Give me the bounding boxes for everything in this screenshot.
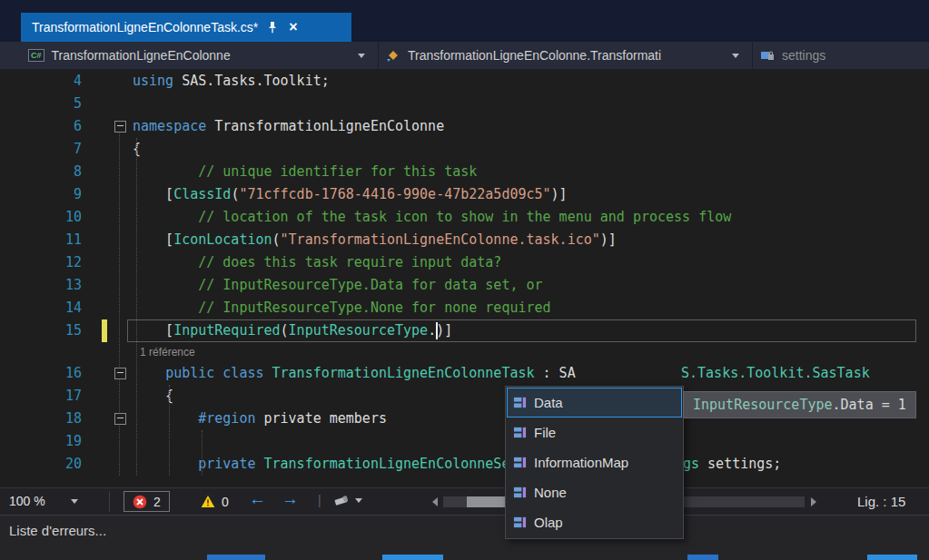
line-number: 10 [15,206,102,229]
warning-count-button[interactable]: 0 [195,491,234,512]
code-text[interactable]: // InputResourceType.Data for data set, … [133,274,929,297]
chevron-down-icon [358,54,365,58]
code-line[interactable]: 10 // location of the task icon to show … [0,206,929,229]
vs-window: TransformationLigneEnColonneTask.cs* × C… [0,0,929,560]
fold-margin [107,70,133,93]
type-dropdown[interactable]: TransformationLigneEnColonne.Transformat… [379,42,753,69]
code-text[interactable]: namespace TransformationLigneEnColonne [133,115,929,138]
completion-item[interactable]: File [507,418,682,447]
completion-item-label: File [534,425,556,440]
indicator-margin[interactable] [0,229,15,251]
code-line[interactable]: 20 private TransformationLigneEnColonneS… [0,453,929,476]
fold-margin [107,115,133,138]
indicator-margin[interactable] [0,115,15,138]
enum-member-icon [513,516,527,529]
code-text[interactable] [133,93,929,115]
code-text[interactable]: using SAS.Tasks.Toolkit; [133,70,929,93]
project-dropdown[interactable]: C# TransformationLigneEnColonne [21,42,379,69]
navigate-back-button[interactable]: ← [249,489,266,509]
indent-guide [202,430,203,476]
fold-marker[interactable] [114,368,126,379]
member-dropdown[interactable]: settings [753,42,929,69]
completion-item-label: Data [534,395,563,410]
member-dropdown-label: settings [782,48,825,63]
fold-marker[interactable] [114,121,126,133]
code-line[interactable]: 9 [ClassId("71cffcdb-1768-4416-990e-47b2… [0,183,929,206]
indicator-margin[interactable] [0,183,15,206]
scroll-left-arrow[interactable] [432,497,438,506]
close-icon[interactable]: × [289,20,297,34]
indicator-margin[interactable] [0,251,15,274]
fold-margin [107,93,133,115]
code-line[interactable]: 15 [InputRequired(InputResourceType.)] [0,319,929,342]
zoom-control[interactable]: 100 % [9,494,78,508]
code-text[interactable]: [InputRequired(InputResourceType.)] [133,319,929,342]
navigate-forward-button[interactable]: → [282,489,299,509]
indicator-margin[interactable] [0,362,15,385]
code-line[interactable]: 11 [IconLocation("TransformationLigneEnC… [0,229,929,251]
line-number: 6 [15,115,102,138]
chevron-down-icon [355,498,362,503]
code-text[interactable]: public class TransformationLigneEnColonn… [133,362,929,385]
error-count-button[interactable]: 2 [124,491,170,512]
code-line[interactable]: 5 [0,93,929,115]
divider: | [318,493,321,507]
line-number: 13 [15,274,102,297]
indicator-margin[interactable] [0,93,15,115]
line-number: 17 [15,385,102,408]
intellisense-popup[interactable]: Data File InformationMap None [505,386,684,539]
code-text[interactable]: [IconLocation("TransformationLigneEnColo… [133,229,929,251]
pin-icon[interactable] [267,21,278,34]
completion-item[interactable]: Olap [507,507,682,537]
indicator-margin[interactable] [0,206,15,229]
indent-guide [169,385,170,476]
indicator-margin[interactable] [0,319,15,342]
scroll-right-arrow[interactable] [811,497,816,506]
error-list-title: Liste d'erreurs... [9,523,106,538]
code-text[interactable]: { [133,138,929,161]
code-text[interactable]: [ClassId("71cffcdb-1768-4416-990e-47b22a… [133,183,929,206]
code-text[interactable]: // unique identifier for this task [133,161,929,183]
clear-button[interactable] [334,494,362,506]
code-line[interactable]: 16 public class TransformationLigneEnCol… [0,362,929,385]
code-line[interactable]: 8 // unique identifier for this task [0,161,929,183]
code-editor[interactable]: 4using SAS.Tasks.Toolkit;56namespace Tra… [0,70,929,487]
completion-item-label: InformationMap [534,455,628,470]
indicator-margin[interactable] [0,274,15,297]
code-text[interactable]: // InputResourceType.None for none requi… [133,297,929,319]
fold-margin [107,408,133,430]
code-line[interactable]: 19 [0,430,929,453]
completion-item[interactable]: InformationMap [507,447,682,477]
fold-marker[interactable] [114,413,126,425]
code-text[interactable]: // location of the task icon to show in … [133,206,929,229]
code-line[interactable]: 7{ [0,138,929,161]
fold-margin [107,161,133,183]
code-line[interactable]: 6namespace TransformationLigneEnColonne [0,115,929,138]
fold-margin [107,430,133,453]
document-tab[interactable]: TransformationLigneEnColonneTask.cs* × [21,13,351,42]
indicator-margin[interactable] [0,385,15,408]
editor-status-strip: 100 % 2 0 ← → | [0,487,929,515]
completion-item[interactable]: Data [507,388,682,418]
cutoff-button [382,555,443,560]
indicator-margin[interactable] [0,297,15,319]
code-line[interactable]: 13 // InputResourceType.Data for data se… [0,274,929,297]
cutoff-button [207,555,265,560]
code-text[interactable]: // does this task require input data? [133,251,929,274]
indicator-margin[interactable] [0,453,15,476]
indicator-margin[interactable] [0,430,15,453]
codelens-references[interactable]: 1 référence [0,342,929,362]
completion-item[interactable]: None [507,477,682,507]
code-line[interactable]: 12 // does this task require input data? [0,251,929,274]
tooltip-value: .Data = 1 [833,397,906,413]
indicator-margin[interactable] [0,70,15,93]
indicator-margin[interactable] [0,161,15,183]
code-line[interactable]: 14 // InputResourceType.None for none re… [0,297,929,319]
csharp-file-icon: C# [28,49,44,62]
indicator-margin[interactable] [0,408,15,430]
fold-margin [107,453,133,476]
error-count: 2 [153,495,161,509]
code-line[interactable]: 4using SAS.Tasks.Toolkit; [0,70,929,93]
fold-margin [107,206,133,229]
indicator-margin[interactable] [0,138,15,161]
